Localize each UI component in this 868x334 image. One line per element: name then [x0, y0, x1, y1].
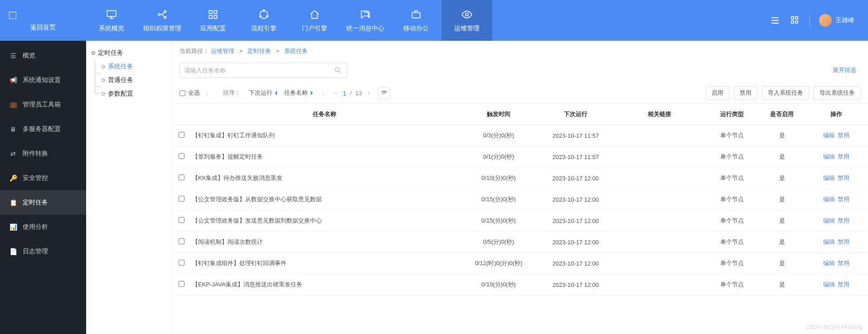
edit-link[interactable]: 编辑 — [823, 238, 835, 245]
disable-link[interactable]: 禁用 — [838, 196, 849, 203]
page-next[interactable]: › — [365, 89, 371, 97]
row-checkbox[interactable] — [179, 238, 184, 244]
table-row[interactable]: 【公文管理政务版】发送意见数据到数据交换中心0/15(分)0(秒)2023-10… — [172, 210, 868, 232]
cell-enable: 是 — [759, 146, 805, 167]
sidebar-item-attachment[interactable]: ⇄附件转换 — [0, 141, 86, 166]
watermark: CSDN @Cyril.XF.Wang — [806, 324, 863, 330]
user-menu[interactable]: 王雄峰 — [819, 14, 854, 27]
svg-point-1 — [158, 14, 160, 15]
sidebar-item-analytics[interactable]: 📊使用分析 — [0, 215, 86, 239]
breadcrumb-link[interactable]: 运维管理 — [211, 48, 234, 54]
disable-link[interactable]: 禁用 — [838, 153, 849, 160]
disable-link[interactable]: 禁用 — [838, 238, 849, 245]
search-icon[interactable] — [334, 66, 342, 74]
refresh-button[interactable] — [378, 87, 390, 99]
page-total: 13 — [355, 90, 362, 97]
row-checkbox[interactable] — [179, 217, 184, 223]
th-type: 运行类型 — [705, 104, 759, 125]
disable-link[interactable]: 禁用 — [838, 217, 849, 224]
breadcrumb-link[interactable]: 系统任务 — [284, 48, 308, 54]
cell-trigger: 0/10(分)0(秒) — [460, 168, 537, 189]
cell-trigger: 0/12(时)0(分)0(秒) — [460, 253, 537, 274]
th-trigger: 触发时间 — [460, 104, 537, 125]
tree-item-system-tasks[interactable]: 系统任务 — [100, 60, 168, 73]
nav-label: 门户引擎 — [302, 24, 327, 33]
row-checkbox[interactable] — [179, 281, 184, 287]
table-row[interactable]: 【EKP-JAVA集成】消息推送出错重发任务0/10(分)0(秒)2023-10… — [172, 274, 868, 295]
home-link[interactable]: 返回首页 — [0, 0, 86, 41]
svg-point-11 — [260, 16, 261, 17]
table-row[interactable]: 【钉钉集成组件】处理钉钉回调事件0/12(时)0(分)0(秒)2023-10-1… — [172, 253, 868, 274]
sidebar-item-security[interactable]: 🔑安全管控 — [0, 166, 86, 190]
expand-filter-link[interactable]: 展开筛选 — [833, 66, 861, 74]
cell-trigger: 0/5(分)0(秒) — [460, 232, 537, 252]
table-row[interactable]: 【钉钉集成】钉钉工作通知队列0/3(分)0(秒)2023-10-17 11:57… — [172, 125, 868, 146]
nav-system-overview[interactable]: 系统概览 — [86, 0, 137, 41]
nav-message-center[interactable]: 统一消息中心 — [340, 0, 391, 41]
sidebar-item-notify[interactable]: 📢系统通知设置 — [0, 68, 86, 92]
select-all[interactable]: 全选 — [179, 89, 200, 97]
briefcase-icon — [410, 8, 422, 21]
nav-app-config[interactable]: 应用配置 — [188, 0, 238, 41]
cell-link — [614, 236, 705, 248]
portal-icon — [308, 8, 321, 21]
primary-sidebar: ☰概览 📢系统通知设置 💼管理员工具箱 🖥多服务器配置 ⇄附件转换 🔑安全管控 … — [0, 41, 86, 334]
cell-next: 2023-10-17 12:00 — [537, 169, 614, 188]
sidebar-item-logs[interactable]: 📄日志管理 — [0, 239, 86, 264]
sidebar-item-scheduled-tasks[interactable]: 📋定时任务 — [0, 190, 86, 215]
search-input[interactable] — [184, 67, 334, 74]
th-name: 任务名称 — [190, 104, 460, 125]
disable-link[interactable]: 禁用 — [838, 260, 849, 266]
table-header: 任务名称 触发时间 下次运行 相关链接 运行类型 是否启用 操作 — [172, 104, 868, 125]
nav-workflow-engine[interactable]: 流程引擎 — [238, 0, 289, 41]
row-checkbox[interactable] — [179, 132, 184, 138]
edit-link[interactable]: 编辑 — [823, 260, 835, 266]
nav-ops-management[interactable]: 运维管理 — [441, 0, 492, 41]
cell-type: 单个节点 — [705, 168, 759, 189]
nav-portal-engine[interactable]: 门户引擎 — [289, 0, 340, 41]
app-grid-icon[interactable] — [790, 15, 800, 26]
import-button[interactable]: 导入系统任务 — [762, 86, 809, 100]
edit-link[interactable]: 编辑 — [823, 196, 835, 203]
sidebar-item-servers[interactable]: 🖥多服务器配置 — [0, 117, 86, 141]
page-prev[interactable]: ‹ — [333, 89, 339, 97]
nav-mobile-office[interactable]: 移动办公 — [391, 0, 441, 41]
hamburger-icon[interactable] — [770, 15, 781, 26]
table-row[interactable]: 【签到服务】提醒定时任务0/1(分)0(秒)2023-10-17 11:57单个… — [172, 146, 868, 168]
top-bar: 返回首页 系统概览 组织权限管理 应用配置 流程引擎 门户引擎 统一消息中心 — [0, 0, 868, 41]
cell-trigger: 0/10(分)0(秒) — [460, 274, 537, 295]
disable-link[interactable]: 禁用 — [838, 132, 849, 139]
edit-link[interactable]: 编辑 — [823, 132, 835, 139]
sidebar-item-overview[interactable]: ☰概览 — [0, 44, 86, 68]
disable-button[interactable]: 禁用 — [734, 86, 757, 100]
disable-link[interactable]: 禁用 — [838, 281, 849, 288]
export-button[interactable]: 导出系统任务 — [814, 86, 861, 100]
cell-link — [614, 172, 705, 184]
nav-org-permissions[interactable]: 组织权限管理 — [137, 0, 188, 41]
table-row[interactable]: 【阅读机制】阅读次数统计0/5(分)0(秒)2023-10-17 12:00单个… — [172, 232, 868, 253]
tree-root[interactable]: 定时任务 — [90, 46, 168, 60]
row-checkbox[interactable] — [179, 174, 184, 180]
svg-point-17 — [795, 21, 798, 24]
sort-by-name[interactable]: 任务名称▲▼ — [284, 89, 313, 97]
edit-link[interactable]: 编辑 — [823, 174, 835, 181]
table-row[interactable]: 【公文管理政务版】从数据交换中心获取意见数据0/15(分)0(秒)2023-10… — [172, 189, 868, 210]
tree-item-param-config[interactable]: 参数配置 — [100, 87, 168, 101]
edit-link[interactable]: 编辑 — [823, 217, 835, 224]
disable-link[interactable]: 禁用 — [838, 174, 849, 181]
cell-name: 【EKP-JAVA集成】消息推送出错重发任务 — [190, 274, 460, 295]
tree-item-normal-tasks[interactable]: 普通任务 — [100, 73, 168, 87]
row-checkbox[interactable] — [179, 153, 184, 159]
sort-by-nextrun[interactable]: 下次运行▲▼ — [249, 89, 278, 97]
enable-button[interactable]: 启用 — [706, 86, 729, 100]
edit-link[interactable]: 编辑 — [823, 153, 835, 160]
row-checkbox[interactable] — [179, 260, 184, 266]
row-checkbox[interactable] — [179, 196, 184, 202]
svg-rect-14 — [791, 17, 794, 19]
select-all-checkbox[interactable] — [179, 90, 185, 96]
edit-link[interactable]: 编辑 — [823, 281, 835, 288]
sidebar-item-toolbox[interactable]: 💼管理员工具箱 — [0, 92, 86, 117]
breadcrumb-link[interactable]: 定时任务 — [247, 48, 271, 54]
table-row[interactable]: 【KK集成】待办推送失败消息重发0/10(分)0(秒)2023-10-17 12… — [172, 168, 868, 189]
cell-link — [614, 214, 705, 227]
